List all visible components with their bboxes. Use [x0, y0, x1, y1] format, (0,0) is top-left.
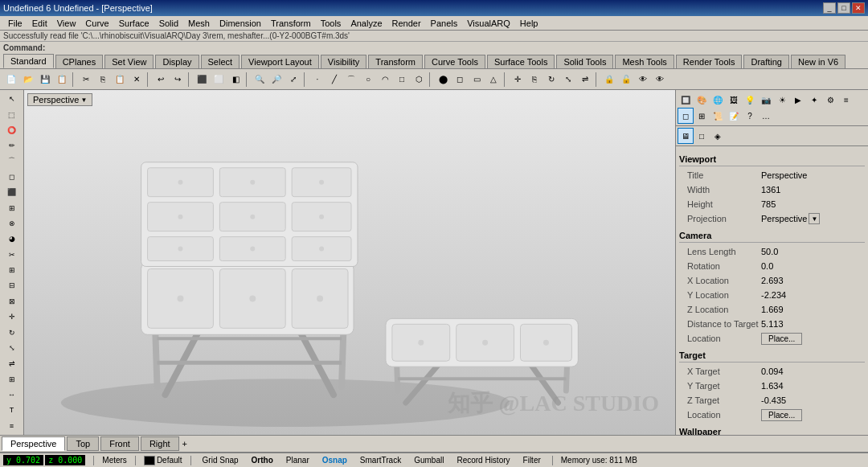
explode-tool[interactable]: ⊠: [2, 294, 22, 309]
ri-set[interactable]: ⚙: [822, 92, 838, 108]
text-tool[interactable]: T: [2, 403, 22, 417]
arc-btn[interactable]: ◠: [377, 72, 393, 88]
new-btn[interactable]: 📄: [3, 72, 19, 88]
menu-panels[interactable]: Panels: [426, 16, 463, 30]
menu-tools[interactable]: Tools: [316, 16, 346, 30]
menu-surface[interactable]: Surface: [114, 16, 154, 30]
vp-tab-perspective[interactable]: Perspective: [2, 436, 65, 451]
tab-surface-tools[interactable]: Surface Tools: [487, 55, 555, 68]
cut-btn[interactable]: ✂: [78, 72, 94, 88]
paste-btn[interactable]: 📋: [112, 72, 128, 88]
osnap-btn[interactable]: Osnap: [319, 455, 350, 465]
tab-drafting[interactable]: Drafting: [743, 55, 789, 68]
copy-btn[interactable]: ⎘: [95, 72, 111, 88]
menu-render[interactable]: Render: [387, 16, 426, 30]
filter-btn[interactable]: Filter: [520, 455, 544, 465]
draw-tool[interactable]: ✏: [2, 138, 22, 153]
tab-new-v6[interactable]: New in V6: [791, 55, 845, 68]
lock-btn[interactable]: 🔒: [601, 72, 617, 88]
record-history-btn[interactable]: Record History: [453, 455, 513, 465]
zoom-out-btn[interactable]: 🔎: [268, 72, 285, 88]
menu-mesh[interactable]: Mesh: [183, 16, 215, 30]
array-tool[interactable]: ⊞: [2, 371, 22, 386]
curve-tool[interactable]: ⌒: [2, 154, 22, 168]
ri-lay[interactable]: ≡: [838, 92, 854, 108]
maximize-button[interactable]: □: [837, 2, 850, 14]
fillet-tool[interactable]: ◕: [2, 231, 22, 246]
prop-projection[interactable]: Projection Perspective ▼: [679, 211, 865, 226]
hide-btn[interactable]: 👁: [635, 72, 651, 88]
scale-btn[interactable]: ⤡: [560, 72, 576, 88]
tab-select[interactable]: Select: [201, 55, 240, 68]
ri-env[interactable]: 🌐: [710, 92, 726, 108]
zoom-in-btn[interactable]: 🔍: [252, 72, 268, 88]
extrude-tool[interactable]: ⊞: [2, 201, 22, 215]
menu-file[interactable]: File: [3, 16, 27, 30]
grid-snap-btn[interactable]: Grid Snap: [199, 455, 242, 465]
open-btn[interactable]: 📂: [20, 72, 36, 88]
close-button[interactable]: ✕: [852, 2, 865, 14]
sphere-btn[interactable]: ⬤: [435, 72, 451, 88]
viewport-label[interactable]: Perspective ▼: [27, 93, 92, 106]
vp-tab-front[interactable]: Front: [100, 436, 139, 451]
ri-block[interactable]: ⊞: [694, 108, 710, 124]
projection-dropdown[interactable]: ▼: [809, 213, 820, 224]
save-btn[interactable]: 💾: [37, 72, 53, 88]
polyline-btn[interactable]: ⌒: [343, 72, 359, 88]
tab-render-tools[interactable]: Render Tools: [676, 55, 743, 68]
ri-sun[interactable]: ☀: [774, 92, 790, 108]
ri-light[interactable]: 💡: [742, 92, 758, 108]
box-btn[interactable]: ◻: [452, 72, 468, 88]
planar-btn[interactable]: Planar: [283, 455, 313, 465]
menu-edit[interactable]: Edit: [27, 16, 52, 30]
tab-cplanes[interactable]: CPlanes: [55, 55, 104, 68]
tab-visibility[interactable]: Visibility: [321, 55, 367, 68]
ri-more[interactable]: …: [758, 108, 774, 124]
redo-btn[interactable]: ↪: [170, 72, 186, 88]
circle-btn[interactable]: ○: [360, 72, 376, 88]
tab-mesh-tools[interactable]: Mesh Tools: [615, 55, 674, 68]
ri-notes[interactable]: 📝: [726, 108, 742, 124]
tab-viewport-layout[interactable]: Viewport Layout: [241, 55, 319, 68]
rotate-btn[interactable]: ↻: [543, 72, 559, 88]
dim-tool[interactable]: ↔: [2, 387, 22, 402]
solid-tool[interactable]: ⬛: [2, 185, 22, 199]
point-btn[interactable]: ·: [309, 72, 326, 88]
menu-solid[interactable]: Solid: [154, 16, 183, 30]
lasso-select[interactable]: ⭕: [2, 123, 22, 137]
invert-sel-btn[interactable]: ◧: [227, 72, 244, 88]
selection-filter[interactable]: ⬚: [2, 107, 22, 121]
move-btn[interactable]: ✛: [510, 72, 526, 88]
ortho-btn[interactable]: Ortho: [248, 455, 276, 465]
vp-tab-top[interactable]: Top: [67, 436, 99, 451]
ri-prop[interactable]: ◻: [678, 108, 694, 124]
ri-pp[interactable]: ✦: [806, 92, 822, 108]
menu-transform[interactable]: Transform: [266, 16, 316, 30]
mirror2-tool[interactable]: ⇌: [2, 356, 22, 371]
trim-tool[interactable]: ✂: [2, 248, 22, 262]
select-all-btn[interactable]: ⬛: [194, 72, 210, 88]
ri-help[interactable]: ?: [742, 108, 758, 124]
tab-transform[interactable]: Transform: [368, 55, 423, 68]
bool-tool[interactable]: ⊗: [2, 216, 22, 231]
polygon-btn[interactable]: ⬡: [411, 72, 427, 88]
zoom-ext-btn[interactable]: ⤢: [285, 72, 301, 88]
menu-dimension[interactable]: Dimension: [215, 16, 266, 30]
menu-curve[interactable]: Curve: [80, 16, 113, 30]
tab-set-view[interactable]: Set View: [104, 55, 154, 68]
mirror-btn[interactable]: ⇌: [577, 72, 593, 88]
gumball-btn[interactable]: Gumball: [411, 455, 447, 465]
scale2-tool[interactable]: ⤡: [2, 341, 22, 355]
vp-tab-add[interactable]: +: [179, 437, 190, 450]
undo-btn[interactable]: ↩: [153, 72, 169, 88]
split-tool[interactable]: ⊞: [2, 263, 22, 277]
tab-solid-tools[interactable]: Solid Tools: [556, 55, 613, 68]
menu-visualarq[interactable]: VisualARQ: [462, 16, 515, 30]
ri2-mat2[interactable]: ◈: [710, 128, 726, 144]
menu-view[interactable]: View: [52, 16, 81, 30]
cyl-btn[interactable]: ▭: [469, 72, 485, 88]
ri-tex[interactable]: 🖼: [726, 92, 742, 108]
surface-tool[interactable]: ◻: [2, 170, 22, 184]
copy2-btn[interactable]: ⎘: [526, 72, 542, 88]
save-as-btn[interactable]: 📋: [54, 72, 70, 88]
